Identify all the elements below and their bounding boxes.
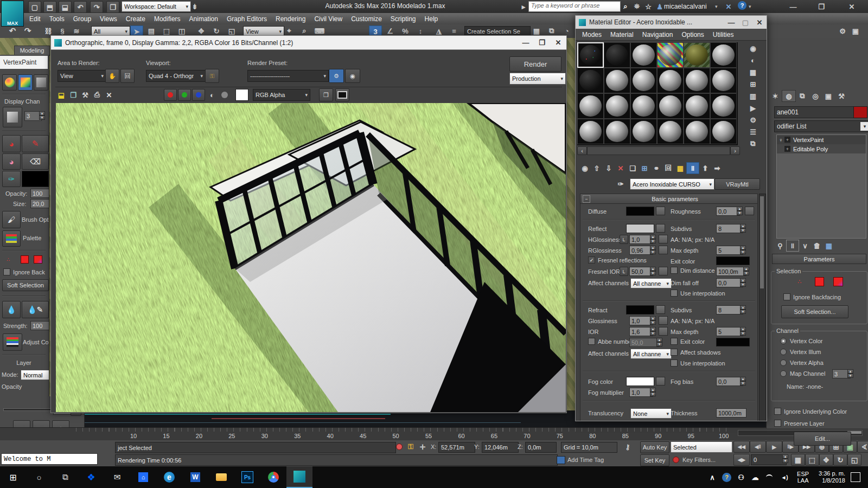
redo-icon[interactable] xyxy=(90,1,103,13)
max-depth-field[interactable]: 5 xyxy=(716,246,743,255)
time-config-icon[interactable] xyxy=(791,454,805,466)
material-slot[interactable] xyxy=(657,93,684,119)
checkbox-icon[interactable] xyxy=(671,267,678,274)
material-slot[interactable] xyxy=(577,42,604,68)
material-editor-icon[interactable] xyxy=(561,25,573,36)
expand-icon[interactable]: + xyxy=(784,137,790,143)
menu-rendering[interactable]: Rendering xyxy=(271,14,310,24)
slots-scrollbar[interactable] xyxy=(587,146,730,155)
fov-icon[interactable] xyxy=(857,441,868,453)
size-field[interactable]: 20,0 xyxy=(30,199,49,208)
translucency-dropdown[interactable]: None▾ xyxy=(630,408,672,419)
material-id-icon[interactable] xyxy=(650,163,662,174)
material-slot[interactable] xyxy=(684,119,710,144)
material-slot[interactable] xyxy=(684,93,710,119)
fog-color-map-button[interactable] xyxy=(656,377,665,386)
menu-views[interactable]: Views xyxy=(95,14,122,24)
exchange-icon[interactable] xyxy=(723,1,735,12)
region-zoom-icon[interactable] xyxy=(805,454,819,466)
workspace-dropdown[interactable]: Workspace: Default▾ xyxy=(122,1,191,12)
backlight-icon[interactable] xyxy=(747,54,759,66)
me-menu-navigation[interactable]: Navigation xyxy=(638,30,678,40)
auto-key-button[interactable]: Auto Key xyxy=(640,441,669,453)
favorites-icon[interactable] xyxy=(642,1,654,12)
orbit-icon[interactable] xyxy=(833,454,847,466)
curve-editor-icon[interactable] xyxy=(531,25,542,36)
layers-dialog-button[interactable]: ❐ xyxy=(319,88,333,101)
dim-fall-off-field[interactable]: 0,0 xyxy=(716,278,743,287)
communication-center-icon[interactable] xyxy=(631,1,643,12)
basic-parameters-rollout[interactable]: − Basic parameters xyxy=(580,194,758,204)
subdivs-spinner[interactable]: ▲▼ xyxy=(740,224,746,233)
angle-snap-icon[interactable] xyxy=(384,25,396,36)
radio-icon[interactable] xyxy=(780,359,787,366)
menu-civil-view[interactable]: Civil View xyxy=(310,14,347,24)
checkbox-icon[interactable] xyxy=(774,408,781,415)
undo-icon[interactable] xyxy=(74,1,87,13)
material-slot[interactable] xyxy=(710,93,737,119)
rfw-close-button[interactable] xyxy=(550,37,566,48)
previous-frame-button[interactable] xyxy=(750,441,766,453)
me-close-button[interactable] xyxy=(752,17,767,28)
select-move-icon[interactable] xyxy=(195,25,207,36)
material-slot[interactable] xyxy=(710,119,737,144)
search-input[interactable]: Type a keyword or phrase xyxy=(528,1,621,12)
modifier-list-arrow-icon[interactable]: ▾ xyxy=(860,122,868,131)
me-maximize-button[interactable] xyxy=(738,17,752,28)
taskbar-search-icon[interactable]: ○ xyxy=(26,466,52,488)
radio-icon[interactable] xyxy=(780,349,787,355)
strength-field[interactable]: 100 xyxy=(30,321,49,330)
checkbox-icon[interactable] xyxy=(671,359,678,367)
vertex-selection-icon[interactable]: ∴ xyxy=(797,278,801,285)
reflect-map-button[interactable] xyxy=(656,224,665,233)
checkbox-icon[interactable] xyxy=(783,293,790,300)
paintbrush-button[interactable]: ✎ xyxy=(22,135,49,152)
parameters-rollout[interactable]: Parameters xyxy=(772,254,866,264)
refract-map-button[interactable] xyxy=(656,305,665,314)
dropbox-icon[interactable]: ❖ xyxy=(78,466,104,488)
area-to-render-dropdown[interactable]: View▾ xyxy=(58,70,106,82)
material-slot[interactable] xyxy=(630,93,657,119)
refract-use-interpolation-check[interactable]: Use interpolation xyxy=(671,359,725,367)
menu-modifiers[interactable]: Modifiers xyxy=(150,14,185,24)
absolute-mode-icon[interactable] xyxy=(417,441,429,452)
rfw-maximize-button[interactable] xyxy=(534,37,550,48)
vertex-color-radio[interactable]: Vertex Color xyxy=(780,338,823,344)
set-key-button[interactable]: Set Key xyxy=(640,454,669,466)
modifier-list-dropdown[interactable]: odifier List ▾ xyxy=(774,120,868,132)
isolate-toggle-icon[interactable] xyxy=(396,444,403,450)
production-dropdown[interactable]: Production▾ xyxy=(509,73,566,85)
username[interactable]: micaelacalvani xyxy=(664,3,707,10)
save-image-icon[interactable] xyxy=(55,89,67,100)
render-preset-dropdown[interactable]: --------------------▾ xyxy=(247,70,329,82)
stack-item-vertexpaint[interactable]: ♀ + VertexPaint xyxy=(777,135,866,144)
hglossiness-spinner[interactable]: ▲▼ xyxy=(650,235,656,243)
thickness-field[interactable]: 1000,0m xyxy=(716,408,746,418)
window-crossing-icon[interactable] xyxy=(176,25,188,36)
configure-modifier-sets-icon[interactable] xyxy=(823,240,835,251)
file-explorer-icon[interactable] xyxy=(208,466,234,488)
unlink-icon[interactable] xyxy=(56,25,68,36)
layer-opacity-slider[interactable] xyxy=(3,408,51,411)
x-coordinate-field[interactable]: 52,571m xyxy=(438,442,475,453)
menu-create[interactable]: Create xyxy=(122,14,150,24)
preserve-layer-check[interactable]: Preserve Layer xyxy=(774,420,825,427)
checkbox-checked-icon[interactable]: ✓ xyxy=(588,256,595,264)
select-scale-icon[interactable] xyxy=(226,25,238,36)
modify-tab-icon[interactable] xyxy=(782,90,796,102)
checkbox-icon[interactable] xyxy=(671,349,678,356)
word-icon[interactable]: W xyxy=(182,466,208,488)
fetch-icon[interactable] xyxy=(106,1,119,13)
rollout-collapse-icon[interactable]: − xyxy=(583,195,590,203)
menu-animation[interactable]: Animation xyxy=(185,14,222,24)
me-menu-options[interactable]: Options xyxy=(677,30,708,40)
z-coordinate-field[interactable]: 0,0m xyxy=(525,442,557,453)
volume-icon[interactable] xyxy=(776,472,793,483)
affect-channels-dropdown[interactable]: All channe▾ xyxy=(630,278,672,288)
color-tune-button[interactable] xyxy=(335,88,349,101)
open-file-icon[interactable] xyxy=(43,1,56,13)
abbe-number-spinner[interactable]: ▲▼ xyxy=(656,338,662,346)
object-name-field[interactable]: ane001 xyxy=(774,106,857,118)
selection-lock-icon[interactable] xyxy=(405,441,417,452)
mail-icon[interactable]: ✉ xyxy=(104,466,130,488)
